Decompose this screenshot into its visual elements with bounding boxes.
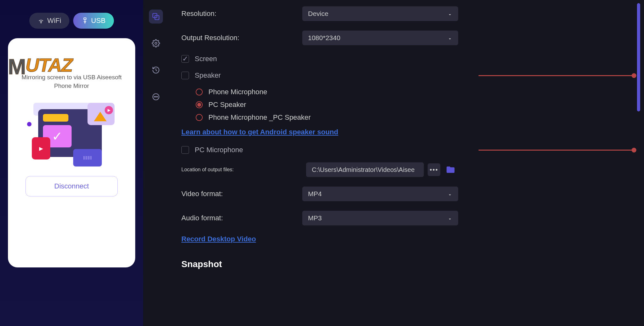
svg-point-8 xyxy=(157,96,158,97)
resolution-label: Resolution: xyxy=(181,10,302,18)
settings-panel: Resolution: Device Output Resolution: 10… xyxy=(169,0,644,326)
output-resolution-value: 1080*2340 xyxy=(308,34,340,42)
left-panel: WiFi USB MUTAZ Mirroring screen to via U… xyxy=(0,0,143,326)
radio-phone-mic[interactable] xyxy=(196,89,203,96)
svg-point-7 xyxy=(156,96,156,97)
chevron-down-icon xyxy=(447,191,452,196)
disconnect-button[interactable]: Disconnect xyxy=(25,176,118,196)
pc-mic-checkbox[interactable] xyxy=(181,146,189,154)
wifi-tab[interactable]: WiFi xyxy=(29,13,69,29)
mirror-illustration: ✓ ⦀⦀⦀⦀ ▶ ▶ xyxy=(29,103,115,167)
output-location-more-button[interactable]: ••• xyxy=(428,163,440,176)
learn-speaker-link[interactable]: Learn about how to get Android speaker s… xyxy=(181,128,338,136)
speaker-volume-slider[interactable] xyxy=(479,75,634,76)
radio-both-label: Phone Microphone _PC Speaker xyxy=(208,113,311,122)
watermark-logo: MUTAZ xyxy=(8,54,72,79)
speaker-checkbox-label: Speaker xyxy=(195,71,221,80)
phone-card: MUTAZ Mirroring screen to via USB Aisees… xyxy=(8,38,135,267)
svg-point-0 xyxy=(41,23,41,23)
video-format-dropdown[interactable]: MP4 xyxy=(302,187,458,201)
wifi-icon xyxy=(38,17,45,24)
open-folder-button[interactable] xyxy=(444,163,457,176)
usb-tab[interactable]: USB xyxy=(73,13,114,29)
connection-pills: WiFi USB xyxy=(0,13,143,29)
screen-checkbox-label: Screen xyxy=(195,55,217,63)
speaker-checkbox[interactable] xyxy=(181,72,189,79)
wifi-label: WiFi xyxy=(47,17,61,25)
video-format-label: Video format: xyxy=(181,190,302,198)
output-location-value: C:\Users\Administrator\Videos\Aisee xyxy=(312,166,415,174)
radio-pc-speaker[interactable] xyxy=(196,101,203,108)
svg-rect-1 xyxy=(84,18,86,20)
audio-source-radio-group: Phone Microphone PC Speaker Phone Microp… xyxy=(195,88,634,122)
audio-format-value: MP3 xyxy=(308,214,322,222)
resolution-value: Device xyxy=(308,10,328,18)
radio-phone-mic-label: Phone Microphone xyxy=(208,88,267,96)
resolution-dropdown[interactable]: Device xyxy=(302,6,458,21)
scrollbar[interactable] xyxy=(637,3,640,111)
snapshot-section-title: Snapshot xyxy=(181,259,634,269)
output-resolution-dropdown[interactable]: 1080*2340 xyxy=(302,31,458,45)
pc-mic-checkbox-label: PC Microphone xyxy=(195,146,243,154)
svg-point-6 xyxy=(154,96,155,97)
pc-mic-volume-slider[interactable] xyxy=(479,150,634,151)
record-desktop-link[interactable]: Record Desktop Video xyxy=(181,235,256,243)
screen-checkbox[interactable]: ✓ xyxy=(181,55,189,63)
chevron-down-icon xyxy=(447,11,452,16)
radio-both[interactable] xyxy=(196,114,203,121)
output-resolution-label: Output Resolution: xyxy=(181,34,302,42)
chevron-down-icon xyxy=(447,35,452,40)
audio-format-dropdown[interactable]: MP3 xyxy=(302,211,458,225)
nav-history-icon[interactable] xyxy=(149,63,163,77)
output-location-label: Location of output files: xyxy=(181,167,302,173)
nav-more-icon[interactable] xyxy=(149,90,163,104)
chevron-down-icon xyxy=(447,216,452,221)
nav-mirror-icon[interactable] xyxy=(149,10,163,24)
nav-settings-icon[interactable] xyxy=(149,36,163,50)
output-location-field[interactable]: C:\Users\Administrator\Videos\Aisee xyxy=(306,162,424,177)
usb-icon xyxy=(81,17,88,24)
usb-label: USB xyxy=(91,17,105,25)
audio-format-label: Audio format: xyxy=(181,214,302,222)
sidebar xyxy=(143,0,169,326)
radio-pc-speaker-label: PC Speaker xyxy=(208,101,246,109)
video-format-value: MP4 xyxy=(308,190,322,198)
svg-point-4 xyxy=(155,42,157,45)
